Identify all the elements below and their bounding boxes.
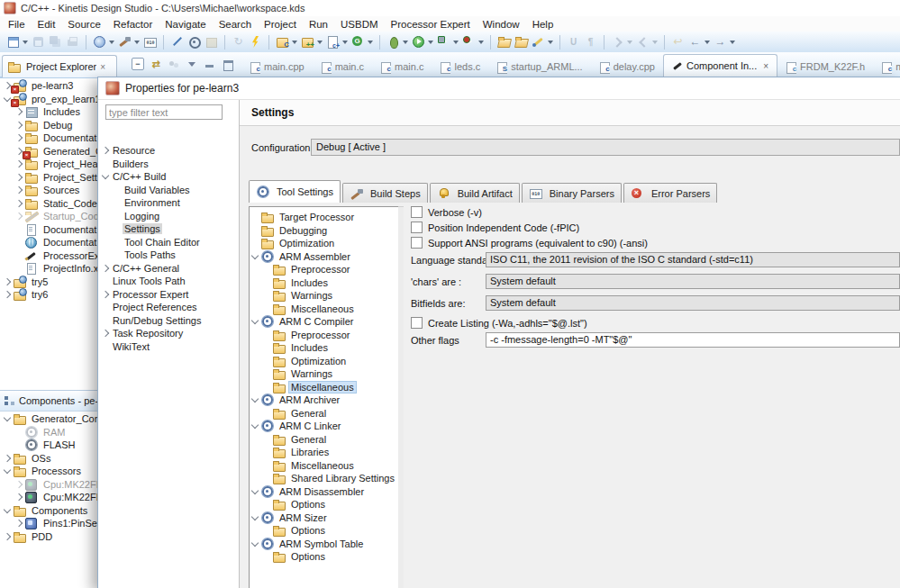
tree-item-project-head[interactable]: Project_Head xyxy=(2,158,97,171)
tree-item-arm-archiver[interactable]: ARM Archiver xyxy=(250,394,399,407)
checkbox-create-listing-wa-adhls-lst[interactable] xyxy=(411,317,423,329)
checkbox-support-ansi-programs-equivalent-to-c90-ansi[interactable] xyxy=(411,237,423,249)
tree-item-c-c-build[interactable]: C/C++ Build xyxy=(100,170,239,184)
tree-item-wikitext[interactable]: WikiText xyxy=(100,340,239,354)
chevron-down-icon[interactable] xyxy=(292,41,297,44)
menu-project[interactable]: Project xyxy=(258,18,303,31)
tree-item-task-repository[interactable]: Task Repository xyxy=(100,327,239,340)
view-menu-icon[interactable] xyxy=(186,58,198,70)
collapse-all-icon[interactable] xyxy=(132,58,144,70)
chevron-expanded-icon[interactable] xyxy=(250,394,260,405)
new-c-source-file-button[interactable] xyxy=(324,33,350,51)
tab-build-artifact[interactable]: Build Artifact xyxy=(430,183,520,203)
tree-item-arm-sizer[interactable]: ARM Sizer xyxy=(250,511,399,525)
menu-help[interactable]: Help xyxy=(526,18,560,31)
run-button[interactable] xyxy=(410,33,435,51)
chevron-expanded-icon[interactable] xyxy=(250,538,260,549)
tree-item-builders[interactable]: Builders xyxy=(100,158,239,171)
tree-item-general[interactable]: General xyxy=(250,407,399,421)
tree-item-pdd[interactable]: PDD xyxy=(2,530,97,544)
chevron-down-icon[interactable] xyxy=(368,41,373,44)
debug-configurations-button[interactable] xyxy=(91,33,116,51)
flash-programmer-button[interactable] xyxy=(247,33,264,51)
chevron-collapsed-icon[interactable] xyxy=(14,120,24,131)
menu-search[interactable]: Search xyxy=(213,18,258,31)
debug-button[interactable] xyxy=(385,33,410,51)
chevron-down-icon[interactable] xyxy=(342,41,348,44)
tree-item-options[interactable]: Options xyxy=(250,498,399,511)
tree-item-includes[interactable]: Includes xyxy=(250,341,399,355)
chevron-collapsed-icon[interactable] xyxy=(14,158,24,169)
tree-item-preprocessor[interactable]: Preprocessor xyxy=(250,263,399,276)
chevron-expanded-icon[interactable] xyxy=(250,316,260,327)
tree-item-warnings[interactable]: Warnings xyxy=(250,367,399,381)
editor-tab-startup-arml[interactable]: startup_ARML... xyxy=(488,57,590,77)
chevron-down-icon[interactable] xyxy=(403,41,408,44)
maximize-icon[interactable] xyxy=(222,58,234,70)
chevron-down-icon[interactable] xyxy=(730,41,735,44)
chevron-down-icon[interactable] xyxy=(652,41,658,44)
tree-item-documentat[interactable]: Documentat xyxy=(2,223,97,237)
menu-edit[interactable]: Edit xyxy=(32,18,62,31)
chevron-collapsed-icon[interactable] xyxy=(14,479,24,490)
chevron-collapsed-icon[interactable] xyxy=(14,211,24,222)
combo-chars-are[interactable]: System default xyxy=(486,274,900,289)
chevron-collapsed-icon[interactable] xyxy=(2,453,13,464)
tree-item-sources[interactable]: Sources xyxy=(2,184,97,197)
tree-item-documentat[interactable]: Documentat xyxy=(2,236,97,249)
tree-item-warnings[interactable]: Warnings xyxy=(250,289,399,303)
tree-item-project-references[interactable]: Project References xyxy=(100,301,239,314)
chevron-expanded-icon[interactable] xyxy=(250,512,260,523)
menu-refactor[interactable]: Refactor xyxy=(107,18,159,31)
tree-item-documentat[interactable]: Documentat xyxy=(2,131,97,145)
editor-tab-main-cpp[interactable]: main.cpp xyxy=(241,57,313,77)
tree-item-options[interactable]: Options xyxy=(250,550,399,564)
tree-item-pins1-pinsett[interactable]: Pins1:PinSett xyxy=(2,517,97,530)
chevron-expanded-icon[interactable] xyxy=(250,251,260,262)
chevron-collapsed-icon[interactable] xyxy=(100,263,111,274)
tree-item-resource[interactable]: Resource xyxy=(100,144,239,158)
build-settings-button[interactable] xyxy=(186,33,203,51)
tree-item-generated-c[interactable]: ×Generated_C xyxy=(2,145,97,158)
editor-tab-component-in[interactable]: Component In...× xyxy=(663,54,777,77)
chevron-collapsed-icon[interactable] xyxy=(100,289,111,300)
tree-item-arm-symbol-table[interactable]: ARM Symbol Table xyxy=(250,538,399,551)
tree-item-processorexp[interactable]: ProcessorExp xyxy=(2,249,97,263)
tree-item-linux-tools-path[interactable]: Linux Tools Path xyxy=(100,275,239,288)
tree-item-oss[interactable]: OSs xyxy=(2,452,97,466)
menu-usbdm[interactable]: USBDM xyxy=(334,18,385,31)
chevron-expanded-icon[interactable] xyxy=(250,486,260,497)
configuration-combo[interactable]: Debug [ Active ] xyxy=(311,139,900,156)
tree-item-miscellaneous[interactable]: Miscellaneous xyxy=(250,459,399,473)
editor-tab-main-c[interactable]: main.c xyxy=(873,57,900,77)
tab-build-steps[interactable]: Build Steps xyxy=(342,183,428,203)
tab-tool-settings[interactable]: Tool Settings xyxy=(249,180,341,203)
chevron-down-icon[interactable] xyxy=(134,41,140,44)
editor-tab-main-c[interactable]: main.c xyxy=(313,57,372,77)
tree-item-environment[interactable]: Environment xyxy=(100,196,239,210)
chevron-down-icon[interactable] xyxy=(548,41,553,44)
tree-item-static-code[interactable]: Static_Code xyxy=(2,197,97,211)
tree-item-miscellaneous[interactable]: Miscellaneous xyxy=(250,303,399,316)
back-button[interactable] xyxy=(686,33,712,51)
chevron-collapsed-icon[interactable] xyxy=(2,531,13,542)
build-all-button[interactable] xyxy=(141,33,159,51)
tree-item-preprocessor[interactable]: Preprocessor xyxy=(250,329,399,342)
menu-file[interactable]: File xyxy=(2,18,32,31)
chevron-down-icon[interactable] xyxy=(428,41,433,44)
tree-item-pe-learn3[interactable]: ×pe-learn3 xyxy=(2,79,97,93)
chevron-expanded-icon[interactable] xyxy=(100,171,111,182)
open-resource-button[interactable] xyxy=(513,33,530,51)
filter-input[interactable] xyxy=(105,104,223,120)
tree-item-debugging[interactable]: Debugging xyxy=(250,224,399,238)
tree-item-arm-c-linker[interactable]: ARM C Linker xyxy=(250,420,399,433)
chevron-expanded-icon[interactable] xyxy=(2,413,13,424)
chevron-expanded-icon[interactable] xyxy=(250,421,260,431)
tree-item-logging[interactable]: Logging xyxy=(100,210,239,223)
chevron-collapsed-icon[interactable] xyxy=(100,145,111,156)
chevron-down-icon[interactable] xyxy=(317,41,323,44)
tree-item-libraries[interactable]: Libraries xyxy=(250,446,399,459)
tree-item-cpu-mk22fn[interactable]: Cpu:MK22FN xyxy=(2,478,97,492)
run-external-button[interactable] xyxy=(435,33,460,51)
tree-item-includes[interactable]: Includes xyxy=(250,276,399,290)
